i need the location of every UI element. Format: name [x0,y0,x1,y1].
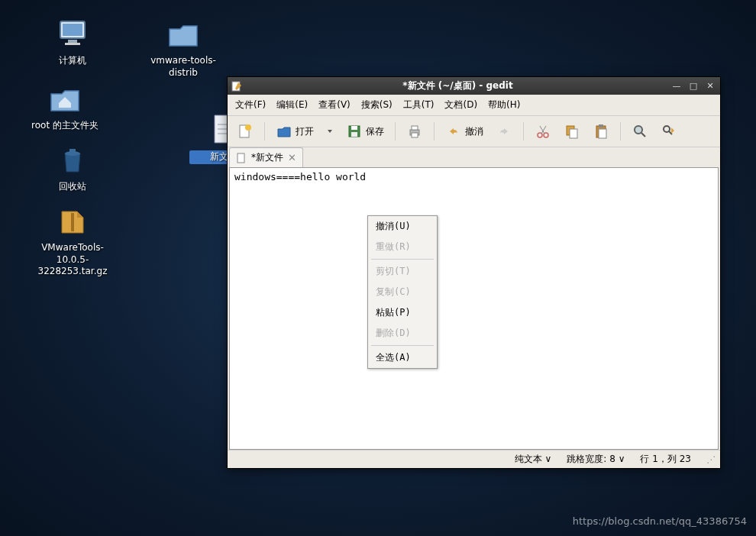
save-label: 保存 [366,125,384,138]
svg-rect-1 [63,24,82,36]
toolbar: 打开 保存 撤消 [228,116,720,147]
tab-bar: *新文件 ✕ [228,147,720,167]
trash-icon [54,141,91,178]
computer-icon [54,15,91,52]
ctx-copy: 复制(C) [368,282,437,302]
svg-rect-14 [351,126,357,130]
minimize-button[interactable]: — [670,80,683,92]
ctx-redo: 重做(R) [368,237,437,257]
close-button[interactable]: ✕ [703,80,717,92]
svg-rect-5 [69,149,76,152]
separator [395,122,396,140]
watermark: https://blog.csdn.net/qq_43386754 [573,515,747,527]
ctx-paste[interactable]: 粘贴(P) [368,302,437,323]
desktop-icon-label: 计算机 [38,55,107,67]
app-icon [231,80,243,92]
statusbar: 纯文本 ∨ 跳格宽度: 8 ∨ 行 1，列 23 ⋰ [228,450,720,468]
redo-button[interactable] [491,119,517,144]
document-tab[interactable]: *新文件 ✕ [229,147,303,167]
svg-rect-26 [599,124,603,128]
desktop-icon-label: 回收站 [38,181,107,193]
undo-label: 撤消 [465,125,483,138]
menu-search[interactable]: 搜索(S) [357,97,397,113]
svg-rect-2 [68,40,77,43]
menu-file[interactable]: 文件(F) [231,97,270,113]
folder-icon [165,15,202,52]
editor-area[interactable]: windows====hello world 撤消(U) 重做(R) 剪切(T)… [229,167,719,450]
svg-rect-33 [237,153,244,163]
find-button[interactable] [627,119,653,144]
menubar: 文件(F) 编辑(E) 查看(V) 搜索(S) 工具(T) 文档(D) 帮助(H… [228,95,720,116]
status-position: 行 1，列 23 [640,453,691,466]
window-title: *新文件 (~/桌面) - gedit [246,79,670,92]
desktop-icon-label: vmware-tools-distrib [149,55,218,79]
find-replace-button[interactable] [656,119,682,144]
ctx-cut: 剪切(T) [368,261,437,282]
svg-line-29 [641,133,645,137]
copy-button[interactable] [559,119,585,144]
archive-icon [54,202,91,239]
resize-grip[interactable]: ⋰ [706,454,714,465]
new-button[interactable] [232,119,258,144]
paste-button[interactable] [588,119,614,144]
desktop-icon-folder[interactable]: vmware-tools-distrib [149,15,218,79]
gedit-window: *新文件 (~/桌面) - gedit — □ ✕ 文件(F) 编辑(E) 查看… [227,76,721,469]
svg-rect-6 [71,213,74,231]
cut-button[interactable] [530,119,556,144]
separator [371,259,434,260]
desktop-icon-computer[interactable]: 计算机 [38,15,107,67]
menu-view[interactable]: 查看(V) [314,97,355,113]
svg-point-12 [245,124,251,131]
desktop-icon-archive[interactable]: VMwareTools-10.0.5-3228253.tar.gz [31,202,115,278]
save-button[interactable]: 保存 [341,119,389,144]
document-icon [236,153,247,163]
desktop-icon-trash[interactable]: 回收站 [38,141,107,193]
editor-text: windows====hello world [234,171,366,182]
svg-rect-18 [412,133,418,137]
ctx-delete: 删除(D) [368,323,437,344]
separator [371,345,434,346]
svg-rect-27 [599,129,606,138]
titlebar[interactable]: *新文件 (~/桌面) - gedit — □ ✕ [228,77,720,95]
menu-documents[interactable]: 文档(D) [440,97,482,113]
svg-point-31 [664,126,670,132]
status-mode[interactable]: 纯文本 ∨ [515,453,552,466]
separator [434,122,435,140]
separator [523,122,524,140]
svg-rect-17 [412,126,418,130]
print-button[interactable] [402,119,428,144]
desktop-icon-label: VMwareTools-10.0.5-3228253.tar.gz [31,242,115,278]
svg-rect-24 [570,129,577,138]
context-menu: 撤消(U) 重做(R) 剪切(T) 复制(C) 粘贴(P) 删除(D) 全选(A… [367,215,438,369]
open-label: 打开 [296,125,314,138]
status-tab-width[interactable]: 跳格宽度: 8 ∨ [567,453,625,466]
ctx-select-all[interactable]: 全选(A) [368,347,437,368]
ctx-undo[interactable]: 撤消(U) [368,216,437,237]
maximize-button[interactable]: □ [687,80,700,92]
tab-close-icon[interactable]: ✕ [288,152,296,163]
desktop-icon-label: root 的主文件夹 [31,120,99,132]
menu-tools[interactable]: 工具(T) [399,97,439,113]
menu-help[interactable]: 帮助(H) [483,97,525,113]
home-folder-icon [47,80,83,117]
separator [620,122,621,140]
svg-point-30 [635,126,642,134]
tab-label: *新文件 [251,151,283,164]
open-button[interactable]: 打开 [271,119,318,144]
open-dropdown[interactable] [321,119,338,144]
separator [264,122,265,140]
menu-edit[interactable]: 编辑(E) [272,97,312,113]
svg-rect-3 [65,43,80,45]
desktop-icon-home[interactable]: root 的主文件夹 [31,80,99,132]
svg-rect-15 [351,132,357,137]
undo-button[interactable]: 撤消 [441,119,488,144]
